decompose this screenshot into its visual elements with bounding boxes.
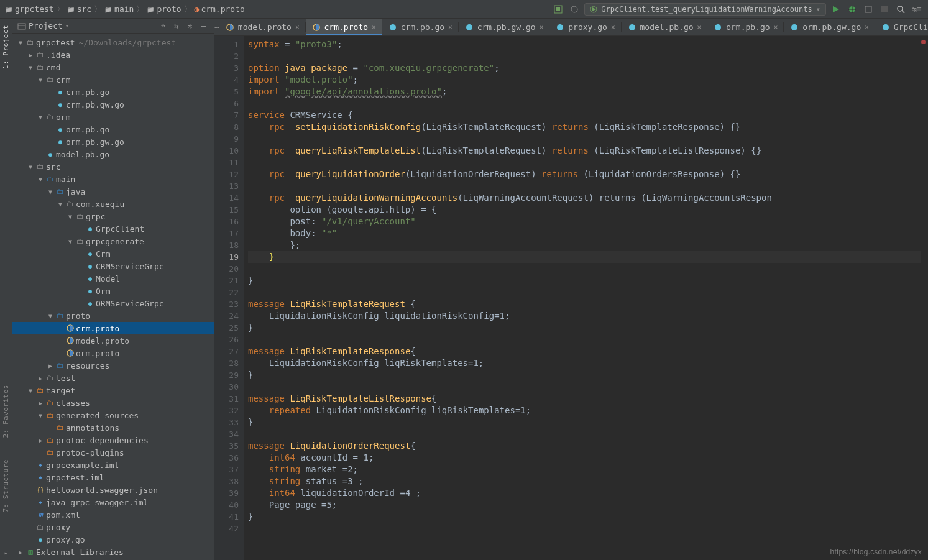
tree-node[interactable]: crm.proto xyxy=(12,322,214,334)
tree-node[interactable]: ▼🗀proto xyxy=(12,310,214,322)
line-number[interactable]: 40 xyxy=(214,499,239,511)
code-line[interactable]: message LiqRiskTemplateResponse{ xyxy=(248,346,921,357)
line-number[interactable]: 32 xyxy=(214,405,239,416)
line-number[interactable]: 8 xyxy=(214,121,239,133)
line-number[interactable]: 11 xyxy=(214,157,239,168)
tree-arrow-icon[interactable]: ▶ xyxy=(36,375,45,382)
tree-node[interactable]: java-grpc-swagger.iml xyxy=(12,496,214,508)
editor-tab[interactable]: orm.pb.go✕ xyxy=(707,19,784,35)
tree-node[interactable]: ▼🗀orm xyxy=(12,111,214,123)
line-number[interactable]: 10 xyxy=(214,145,239,157)
code-line[interactable]: option java_package = "com.xueqiu.grpcge… xyxy=(248,62,921,74)
code-editor[interactable]: syntax = "proto3"; option java_package =… xyxy=(244,36,921,560)
code-line[interactable]: option (google.api.http) = { xyxy=(248,204,921,216)
run-config-dropdown[interactable]: GrpcClient.test_queryLiquidationWarningA… xyxy=(584,3,826,16)
code-line[interactable]: string market =2; xyxy=(248,464,921,475)
tree-arrow-icon[interactable]: ▼ xyxy=(16,39,25,46)
code-line[interactable]: int64 accountId = 1; xyxy=(248,452,921,464)
gear-icon[interactable]: ✲ xyxy=(185,21,195,31)
line-number[interactable]: 34 xyxy=(214,428,239,440)
line-number[interactable]: 18 xyxy=(214,239,239,251)
code-line[interactable]: } xyxy=(248,322,921,334)
editor-tab[interactable]: orm.pb.gw.go✕ xyxy=(784,19,875,35)
code-line[interactable]: } xyxy=(248,416,921,428)
tree-node[interactable]: ▼🗀grpcgenerate xyxy=(12,235,214,247)
tabs-overflow-left-icon[interactable]: ⋯ xyxy=(214,19,219,35)
tool-tab-favorites[interactable]: 2: Favorites xyxy=(2,385,10,438)
code-line[interactable] xyxy=(248,287,921,298)
tree-node[interactable]: Model xyxy=(12,272,214,285)
line-number[interactable]: 16 xyxy=(214,216,239,227)
tree-node[interactable]: ▶External Libraries xyxy=(12,546,214,558)
tree-node[interactable]: ▼🗀target xyxy=(12,384,214,397)
line-number[interactable]: 29 xyxy=(214,369,239,381)
tree-node[interactable]: ORMServiceGrpc xyxy=(12,297,214,310)
tree-node[interactable]: helloworld.swagger.json xyxy=(12,484,214,496)
tree-node[interactable]: ▼🗀com.xueqiu xyxy=(12,198,214,210)
tree-node[interactable]: ▼🗀cmd xyxy=(12,61,214,73)
tree-node[interactable]: Orm xyxy=(12,285,214,297)
line-number[interactable]: 38 xyxy=(214,475,239,487)
code-line[interactable]: import "google/api/annotations.proto"; xyxy=(248,86,921,98)
code-line[interactable] xyxy=(248,50,921,62)
tree-arrow-icon[interactable]: ▼ xyxy=(26,163,35,170)
tree-arrow-icon[interactable]: ▼ xyxy=(66,213,75,220)
tree-node[interactable]: orm.proto xyxy=(12,347,214,359)
tree-node[interactable]: Crm xyxy=(12,247,214,260)
editor-tab[interactable]: proxy.go✕ xyxy=(549,19,621,35)
line-number[interactable]: 23 xyxy=(214,298,239,310)
line-number[interactable]: 33 xyxy=(214,416,239,428)
target-icon[interactable]: ⌖ xyxy=(158,21,168,31)
tree-arrow-icon[interactable]: ▶ xyxy=(36,400,45,406)
code-line[interactable]: service CRMService { xyxy=(248,109,921,121)
editor-tab[interactable]: model.pb.go✕ xyxy=(622,19,708,35)
line-number[interactable]: 37 xyxy=(214,464,239,475)
code-line[interactable] xyxy=(248,180,921,192)
tree-node[interactable]: orm.pb.go xyxy=(12,123,214,135)
tool-tab-structure[interactable]: 7: Structure xyxy=(2,459,10,512)
breadcrumb-item[interactable]: main xyxy=(104,4,134,14)
code-line[interactable] xyxy=(248,428,921,440)
code-line[interactable]: repeated LiquidationRiskConfig liqRiskTe… xyxy=(248,405,921,416)
tree-arrow-icon[interactable]: ▶ xyxy=(36,437,45,444)
line-number[interactable]: 17 xyxy=(214,227,239,239)
code-line[interactable]: message LiqRiskTemplateListResponse{ xyxy=(248,393,921,405)
close-icon[interactable]: ✕ xyxy=(295,23,300,31)
line-number[interactable]: 15 xyxy=(214,204,239,216)
editor-tab[interactable]: model.proto✕ xyxy=(219,19,306,35)
tree-arrow-icon[interactable]: ▼ xyxy=(66,238,75,245)
line-number[interactable]: 39 xyxy=(214,487,239,499)
line-number[interactable]: 9 xyxy=(214,133,239,145)
code-line[interactable]: body: "*" xyxy=(248,227,921,239)
line-number[interactable]: 22 xyxy=(214,287,239,298)
debug-icon[interactable] xyxy=(846,3,858,16)
tree-arrow-icon[interactable]: ▼ xyxy=(46,188,55,195)
line-number[interactable]: 21 xyxy=(214,275,239,287)
close-icon[interactable]: ✕ xyxy=(774,23,778,31)
tree-arrow-icon[interactable]: ▼ xyxy=(36,114,45,121)
code-line[interactable]: } xyxy=(248,275,921,287)
code-line[interactable]: } xyxy=(248,251,921,263)
code-line[interactable] xyxy=(248,334,921,346)
code-line[interactable] xyxy=(248,523,921,535)
line-number[interactable]: 1 xyxy=(214,39,239,50)
line-number[interactable]: 35 xyxy=(214,440,239,452)
breadcrumb-item[interactable]: src xyxy=(67,4,91,14)
tree-node[interactable]: ▼🗀crm xyxy=(12,73,214,86)
code-line[interactable] xyxy=(248,381,921,393)
line-number[interactable]: 5 xyxy=(214,86,239,98)
tree-node[interactable]: ▶🗀classes xyxy=(12,397,214,409)
line-number[interactable]: 41 xyxy=(214,511,239,523)
line-number[interactable]: 36 xyxy=(214,452,239,464)
code-line[interactable]: rpc queryLiquidationOrder(LiquidationOrd… xyxy=(248,168,921,180)
line-number[interactable]: 7 xyxy=(214,109,239,121)
tree-node[interactable]: orm.pb.gw.go xyxy=(12,135,214,148)
tree-arrow-icon[interactable]: ▶ xyxy=(16,549,25,556)
line-number[interactable]: 27 xyxy=(214,346,239,357)
close-icon[interactable]: ✕ xyxy=(372,23,376,31)
code-line[interactable]: post: "/v1/queryAccount" xyxy=(248,216,921,227)
close-icon[interactable]: ✕ xyxy=(448,23,453,31)
line-number[interactable]: 30 xyxy=(214,381,239,393)
tree-node[interactable]: ▶🗀test xyxy=(12,372,214,384)
line-number[interactable]: 25 xyxy=(214,322,239,334)
